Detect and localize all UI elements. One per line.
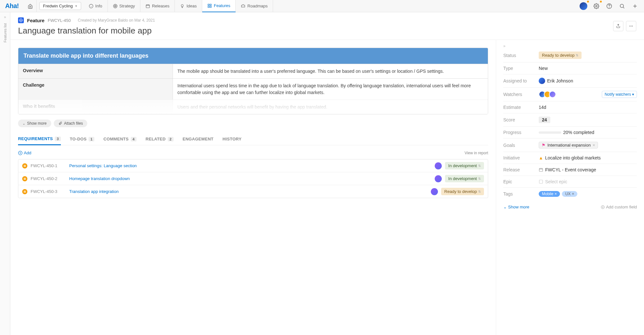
requirements-list: FWCYL-450-1Personal settings: Language s… bbox=[18, 159, 488, 198]
desc-value: International users spend less time in t… bbox=[173, 79, 488, 100]
status-value[interactable]: Ready to develop ⇅ bbox=[539, 52, 582, 59]
nav-tabs: InfoStrategyReleasesIdeasFeaturesRoadmap… bbox=[84, 0, 273, 12]
tab-engagement[interactable]: ENGAGEMENT bbox=[183, 136, 213, 145]
requirement-status[interactable]: In development ⇅ bbox=[445, 175, 484, 182]
svg-rect-7 bbox=[208, 6, 209, 7]
more-button[interactable] bbox=[626, 21, 636, 31]
collapse-panel[interactable]: » bbox=[503, 44, 637, 48]
add-custom-field-link[interactable]: Add custom field bbox=[601, 205, 637, 209]
nav-tab-releases[interactable]: Releases bbox=[140, 0, 175, 12]
search-button[interactable] bbox=[617, 1, 627, 11]
requirement-row[interactable]: FWCYL-450-2Homepage translation dropdown… bbox=[18, 172, 488, 185]
view-in-report-link[interactable]: View in report bbox=[465, 151, 488, 155]
svg-rect-18 bbox=[539, 168, 543, 171]
requirement-icon bbox=[22, 163, 27, 168]
record-created: Created by MaryGrace Baldo on Mar 4, 202… bbox=[78, 18, 155, 23]
tab-to-dos[interactable]: TO-DOS1 bbox=[70, 136, 95, 145]
requirement-title[interactable]: Personal settings: Language section bbox=[69, 163, 431, 168]
nav-tab-ideas[interactable]: Ideas bbox=[175, 0, 202, 12]
attach-files-button[interactable]: Attach files bbox=[54, 120, 88, 127]
desc-label: Overview bbox=[18, 64, 173, 78]
requirement-id: FWCYL-450-3 bbox=[31, 189, 66, 194]
notification-dot bbox=[600, 0, 602, 3]
remove-icon[interactable]: × bbox=[572, 192, 574, 196]
requirement-id: FWCYL-450-2 bbox=[31, 176, 66, 181]
count-badge: 1 bbox=[89, 137, 94, 141]
requirement-title[interactable]: Homepage translation dropdown bbox=[69, 176, 431, 181]
svg-point-16 bbox=[632, 25, 633, 26]
svg-rect-8 bbox=[210, 6, 211, 7]
show-more-button[interactable]: ⌄ Show more bbox=[18, 120, 51, 127]
add-requirement-link[interactable]: Add bbox=[18, 150, 31, 155]
home-button[interactable] bbox=[24, 0, 37, 12]
initiative-value[interactable]: ▲ Localize into global markets bbox=[539, 155, 637, 160]
sidebar-collapsed[interactable]: » Features list bbox=[0, 12, 10, 335]
notify-watchers-button[interactable]: Notify watchers ▾ bbox=[602, 91, 637, 98]
grid-icon bbox=[207, 4, 212, 8]
expand-icon: » bbox=[4, 15, 6, 19]
tag-chip[interactable]: UX × bbox=[562, 191, 577, 197]
nav-tab-strategy[interactable]: Strategy bbox=[108, 0, 140, 12]
tags-value[interactable]: Mobile ×UX × bbox=[539, 191, 637, 197]
epic-icon bbox=[539, 179, 543, 184]
desc-value: The mobile app should be translated into… bbox=[173, 64, 488, 78]
description-row[interactable]: ChallengeInternational users spend less … bbox=[18, 78, 488, 100]
score-value[interactable]: 24 bbox=[539, 117, 550, 123]
brand-logo[interactable]: Aha! bbox=[0, 2, 24, 10]
progress-value[interactable]: 20% completed bbox=[539, 130, 637, 135]
settings-button[interactable] bbox=[591, 1, 601, 11]
share-button[interactable] bbox=[613, 21, 623, 31]
requirement-row[interactable]: FWCYL-450-3Translation app integrationRe… bbox=[18, 185, 488, 198]
fade-overlay bbox=[18, 101, 488, 114]
type-value[interactable]: New bbox=[539, 66, 637, 71]
requirement-status[interactable]: Ready to develop ⇅ bbox=[441, 188, 484, 195]
detail-tabs: REQUIREMENTS3TO-DOS1COMMENTS4RELATED2ENG… bbox=[18, 136, 488, 145]
show-more-fields-link[interactable]: ⌄ Show more bbox=[503, 205, 529, 209]
epic-value[interactable]: Select epic bbox=[539, 179, 637, 184]
svg-point-3 bbox=[115, 6, 115, 6]
svg-point-9 bbox=[596, 5, 597, 7]
tab-related[interactable]: RELATED2 bbox=[146, 136, 174, 145]
requirement-row[interactable]: FWCYL-450-1Personal settings: Language s… bbox=[18, 159, 488, 172]
assigned-value[interactable]: Erik Johnson bbox=[539, 78, 637, 84]
help-icon bbox=[606, 3, 612, 9]
requirement-title[interactable]: Translation app integration bbox=[69, 189, 428, 194]
record-title[interactable]: Language translation for mobile app bbox=[18, 26, 636, 36]
plus-icon bbox=[632, 3, 638, 9]
topbar: Aha! Fredwin Cycling ▼ InfoStrategyRelea… bbox=[0, 0, 644, 12]
search-icon bbox=[619, 3, 625, 9]
count-badge: 3 bbox=[55, 137, 61, 141]
svg-point-11 bbox=[609, 7, 610, 7]
progress-label: Progress bbox=[503, 130, 539, 135]
nav-tab-features[interactable]: Features bbox=[202, 0, 236, 12]
workspace-selector[interactable]: Fredwin Cycling ▼ bbox=[39, 2, 81, 10]
user-avatar[interactable] bbox=[578, 1, 589, 11]
home-icon bbox=[28, 4, 33, 9]
tab-comments[interactable]: COMMENTS4 bbox=[103, 136, 137, 145]
calendar-icon bbox=[146, 4, 150, 8]
help-button[interactable] bbox=[604, 1, 614, 11]
svg-point-14 bbox=[630, 25, 630, 26]
sort-icon: ⇅ bbox=[576, 53, 578, 57]
nav-tab-roadmaps[interactable]: Roadmaps bbox=[236, 0, 273, 12]
tab-requirements[interactable]: REQUIREMENTS3 bbox=[18, 136, 61, 145]
progress-bar bbox=[539, 131, 561, 134]
watchers-value[interactable]: Notify watchers ▾ bbox=[539, 91, 637, 98]
remove-icon[interactable]: × bbox=[554, 192, 557, 196]
nav-tab-info[interactable]: Info bbox=[84, 0, 108, 12]
avatar bbox=[539, 78, 545, 84]
description-row[interactable]: OverviewThe mobile app should be transla… bbox=[18, 64, 488, 78]
add-button[interactable] bbox=[630, 1, 640, 11]
feature-icon bbox=[18, 17, 24, 23]
svg-point-15 bbox=[631, 25, 631, 26]
tag-chip[interactable]: Mobile × bbox=[539, 191, 560, 197]
goal-tag[interactable]: ⚑ International expansion × bbox=[539, 142, 598, 148]
epic-label: Epic bbox=[503, 179, 539, 184]
description-heading[interactable]: Translate mobile app into different lang… bbox=[18, 48, 488, 64]
release-value[interactable]: FWCYL - Event coverage bbox=[539, 167, 637, 172]
estimate-value[interactable]: 14d bbox=[539, 105, 637, 110]
remove-icon[interactable]: × bbox=[592, 143, 595, 148]
tab-history[interactable]: HISTORY bbox=[223, 136, 242, 145]
requirement-status[interactable]: In development ⇅ bbox=[445, 162, 484, 169]
avatar bbox=[435, 175, 442, 182]
